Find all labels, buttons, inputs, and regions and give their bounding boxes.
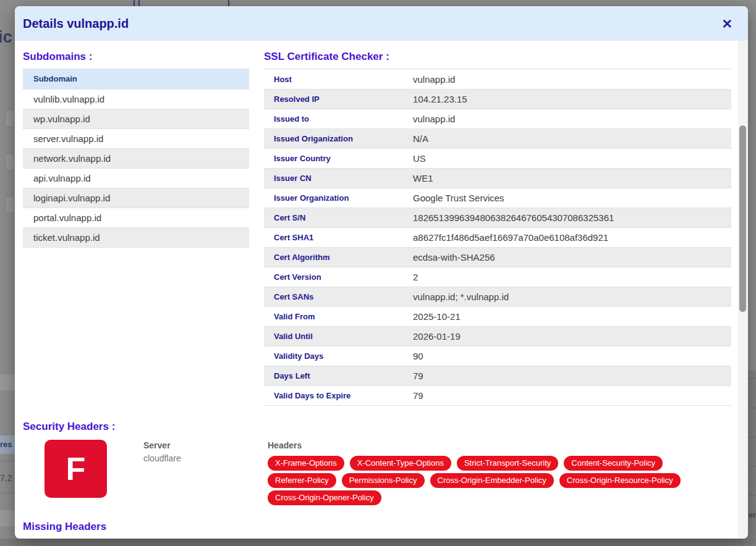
subdomain-row: api.vulnapp.id	[23, 168, 249, 188]
ssl-row-label: Cert Version	[264, 272, 413, 282]
ssl-row: Issued Origanization N/A	[264, 128, 731, 148]
ssl-row-value: vulnapp.id	[413, 74, 455, 85]
background-divider	[0, 461, 15, 461]
modal-scrollbar[interactable]	[738, 41, 748, 539]
ssl-row-value: ecdsa-with-SHA256	[413, 252, 495, 262]
ssl-row-label: Cert SANs	[264, 292, 413, 301]
background-page-heading-fragment: ic	[0, 28, 12, 47]
ssl-row-label: Days Left	[264, 371, 413, 380]
header-badge: Cross-Origin-Opener-Policy	[268, 490, 381, 505]
background-tab-divider	[138, 0, 140, 6]
subdomains-rows: vulnlib.vulnapp.idwp.vulnapp.idserver.vu…	[23, 89, 249, 247]
ssl-row: Cert SHA1 a8627fc1f486d5aef16697a70a0e61…	[264, 227, 731, 247]
background-divider	[748, 437, 756, 437]
header-badge: Strict-Transport-Security	[457, 456, 558, 471]
subdomain-row: loginapi.vulnapp.id	[23, 188, 249, 208]
background-divider	[748, 378, 756, 379]
ssl-row-value: 79	[413, 371, 423, 381]
background-divider	[0, 493, 15, 494]
header-badge: X-Content-Type-Options	[350, 456, 451, 471]
header-badge: X-Frame-Options	[268, 456, 344, 471]
header-badge: Referrer-Policy	[268, 473, 336, 488]
subdomain-row: ticket.vulnapp.id	[23, 227, 249, 247]
ssl-row-label: Cert S/N	[264, 213, 413, 222]
missing-headers-heading: Missing Headers	[23, 521, 106, 533]
ssl-row-value: US	[413, 153, 426, 164]
close-icon[interactable]: ✕	[721, 17, 733, 30]
security-grade-badge: F	[45, 440, 107, 498]
ssl-row-value: 2	[413, 272, 418, 282]
ssl-row-value: 2026-01-19	[413, 331, 461, 342]
background-band	[0, 510, 15, 526]
background-divider	[748, 408, 756, 408]
server-block: Server cloudflare	[143, 439, 181, 465]
background-row-fragment	[5, 196, 15, 214]
ssl-row-label: Issued to	[264, 114, 413, 124]
ssl-row-label: Validity Days	[264, 351, 413, 361]
headers-block: Headers X-Frame-OptionsX-Content-Type-Op…	[268, 439, 733, 505]
ssl-row-label: Issuer CN	[264, 174, 413, 183]
headers-label: Headers	[268, 439, 733, 452]
background-score-fragment: 7.2	[0, 473, 12, 483]
subdomains-heading: Subdomains :	[23, 51, 92, 63]
ssl-row: Cert SANs vulnapp.id; *.vulnapp.id	[264, 287, 731, 306]
subdomain-row: server.vulnapp.id	[23, 128, 249, 148]
ssl-row-value: 2025-10-21	[413, 311, 461, 322]
server-label: Server	[143, 439, 181, 452]
header-badge: Permissions-Policy	[342, 473, 425, 488]
ssl-row-label: Valid Days to Expire	[264, 391, 413, 400]
ssl-row: Issuer Organization Google Trust Service…	[264, 188, 731, 208]
modal-title: Details vulnapp.id	[23, 17, 129, 31]
header-badge: Cross-Origin-Embedder-Policy	[430, 473, 554, 488]
background-label-fragment: res	[0, 440, 12, 449]
ssl-row: Valid From 2025-10-21	[264, 306, 731, 326]
ssl-row-label: Resolved IP	[264, 94, 413, 104]
ssl-row: Issuer Country US	[264, 148, 731, 168]
ssl-row: Host vulnapp.id	[264, 69, 731, 89]
scrollbar-thumb[interactable]	[739, 125, 746, 312]
ssl-row: Valid Days to Expire 79	[264, 385, 731, 405]
ssl-row: Issuer CN WE1	[264, 168, 731, 188]
background-band	[0, 374, 15, 390]
ssl-row-label: Host	[264, 75, 413, 84]
ssl-row-value: WE1	[413, 173, 433, 183]
ssl-row-value: 79	[413, 390, 423, 401]
subdomain-row: wp.vulnapp.id	[23, 109, 249, 128]
background-tab-divider	[134, 0, 135, 6]
details-modal: Details vulnapp.id ✕ Subdomains : Subdom…	[15, 6, 748, 539]
subdomain-row: network.vulnapp.id	[23, 148, 249, 168]
ssl-row-value: vulnapp.id; *.vulnapp.id	[413, 292, 509, 302]
ssl-row-value: 182651399639480638264676054307086325361	[413, 212, 614, 223]
header-badges: X-Frame-OptionsX-Content-Type-OptionsStr…	[268, 456, 733, 505]
ssl-row: Cert Algorithm ecdsa-with-SHA256	[264, 247, 731, 267]
ssl-row-label: Cert SHA1	[264, 233, 413, 242]
ssl-row-value: Google Trust Services	[413, 193, 504, 203]
ssl-row-label: Valid Until	[264, 332, 413, 341]
background-divider	[748, 466, 756, 466]
ssl-row: Issued to vulnapp.id	[264, 109, 731, 128]
ssl-row: Cert S/N 1826513996394806382646760543070…	[264, 208, 731, 227]
ssl-row-value: 90	[413, 351, 423, 361]
ssl-row-label: Issuer Country	[264, 154, 413, 163]
ssl-row-value: N/A	[413, 133, 428, 144]
background-label-fragment: er	[749, 510, 756, 519]
background-divider	[748, 495, 756, 495]
ssl-row: Valid Until 2026-01-19	[264, 326, 731, 346]
ssl-row: Cert Version 2	[264, 267, 731, 287]
background-band	[0, 539, 756, 546]
ssl-row: Resolved IP 104.21.23.15	[264, 89, 731, 109]
ssl-row-label: Cert Algorithm	[264, 253, 413, 262]
ssl-row-value: a8627fc1f486d5aef16697a70a0e6108af36d921	[413, 232, 608, 243]
subdomain-row: vulnlib.vulnapp.id	[23, 89, 249, 109]
ssl-row-label: Issuer Organization	[264, 193, 413, 203]
background-tab-divider	[228, 0, 229, 6]
ssl-row-value: 104.21.23.15	[413, 94, 467, 104]
header-badge: Cross-Origin-Resource-Policy	[559, 473, 681, 488]
security-headers-heading: Security Headers :	[23, 421, 115, 433]
background-row-fragment	[5, 153, 15, 170]
server-value: cloudflare	[143, 452, 181, 465]
ssl-row-value: vulnapp.id	[413, 114, 455, 124]
ssl-row-label: Valid From	[264, 312, 413, 321]
header-badge: Content-Security-Policy	[564, 456, 663, 471]
ssl-row: Days Left 79	[264, 366, 731, 385]
